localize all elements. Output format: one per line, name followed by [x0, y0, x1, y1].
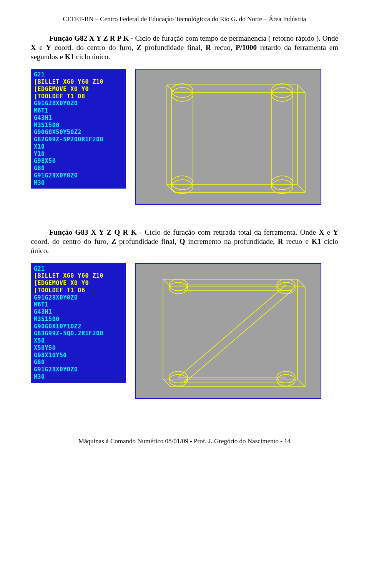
code-line: G83G99Z-5Q0.2R1F200 — [34, 330, 122, 337]
page-header: CEFET-RN – Centro Federal de Educação Te… — [31, 15, 338, 23]
sim-view-g82 — [135, 69, 321, 205]
svg-point-11 — [171, 84, 193, 98]
code-line: G21 — [34, 71, 122, 78]
code-line: M30 — [34, 179, 122, 187]
code-box-g83: G21 [BILLET X60 Y60 Z10 [EDGEMOVE X0 Y0 … — [31, 263, 126, 383]
code-line: G90G0X10Y10Z2 — [34, 323, 122, 330]
svg-line-7 — [298, 85, 305, 93]
code-line: G91G28X0Y0Z0 — [34, 100, 122, 107]
svg-line-43 — [178, 285, 286, 377]
svg-point-37 — [277, 282, 295, 294]
code-line: M3S1500 — [34, 122, 122, 129]
code-line: G80 — [34, 359, 122, 366]
svg-line-10 — [167, 85, 175, 93]
code-line: G80 — [34, 165, 122, 172]
code-line: X10 — [34, 143, 122, 151]
code-line: [TOOLDEF T1 D6 — [34, 287, 122, 294]
svg-point-12 — [171, 88, 193, 101]
code-line: G43H1 — [34, 308, 122, 316]
code-line: [BILLET X60 Y60 Z10 — [34, 272, 122, 280]
svg-point-17 — [271, 176, 293, 190]
code-line: M6T1 — [34, 301, 122, 308]
code-line: Y10 — [34, 151, 122, 158]
code-line: [EDGEMOVE X0 Y0 — [34, 280, 122, 287]
code-line: G91G28X0Y0Z0 — [34, 294, 122, 301]
svg-line-9 — [167, 185, 175, 192]
svg-point-35 — [169, 282, 188, 294]
paragraph-g83: Função G83 X Y Z Q R K - Ciclo de furaçã… — [31, 228, 338, 255]
svg-point-18 — [271, 180, 293, 194]
code-line: X50Y50 — [34, 345, 122, 352]
svg-line-31 — [298, 379, 305, 387]
svg-line-46 — [184, 291, 292, 383]
page-footer: Máquinas à Comando Numérico 08/01/09 - P… — [31, 437, 338, 445]
figure-row-2: G21 [BILLET X60 Y60 Z10 [EDGEMOVE X0 Y0 … — [31, 263, 338, 399]
paragraph-g82: Função G82 X Y Z R P K - Ciclo de furaçã… — [31, 34, 338, 61]
svg-point-15 — [171, 176, 193, 190]
code-line: G98X10Y50 — [34, 352, 122, 359]
sim-view-g83 — [135, 263, 321, 399]
code-line: G82G99Z-5P200R1F200 — [34, 136, 122, 143]
code-line: X50 — [34, 337, 122, 345]
code-line: G90G0X50Y50Z2 — [34, 129, 122, 136]
code-line: M30 — [34, 373, 122, 381]
svg-point-14 — [271, 88, 293, 101]
code-line: G91G28X0Y0Z0 — [34, 366, 122, 373]
code-line: M6T1 — [34, 107, 122, 114]
svg-point-39 — [169, 374, 188, 386]
code-line: [BILLET X60 Y60 Z10 — [34, 78, 122, 86]
code-line: [TOOLDEF T1 D8 — [34, 93, 122, 100]
figure-row-1: G21 [BILLET X60 Y60 Z10 [EDGEMOVE X0 Y0 … — [31, 69, 338, 205]
svg-point-16 — [171, 180, 193, 194]
svg-line-32 — [163, 379, 171, 387]
code-line: M3S1500 — [34, 316, 122, 323]
code-line: G98X50 — [34, 157, 122, 165]
svg-line-30 — [298, 279, 305, 287]
code-line: G43H1 — [34, 114, 122, 122]
code-line: [EDGEMOVE X0 Y0 — [34, 86, 122, 93]
svg-line-8 — [298, 185, 305, 192]
svg-point-41 — [277, 374, 295, 386]
code-line: G91G28X0Y0Z0 — [34, 172, 122, 179]
code-box-g82: G21 [BILLET X60 Y60 Z10 [EDGEMOVE X0 Y0 … — [31, 69, 126, 189]
code-line: G21 — [34, 265, 122, 273]
svg-point-13 — [271, 84, 293, 98]
